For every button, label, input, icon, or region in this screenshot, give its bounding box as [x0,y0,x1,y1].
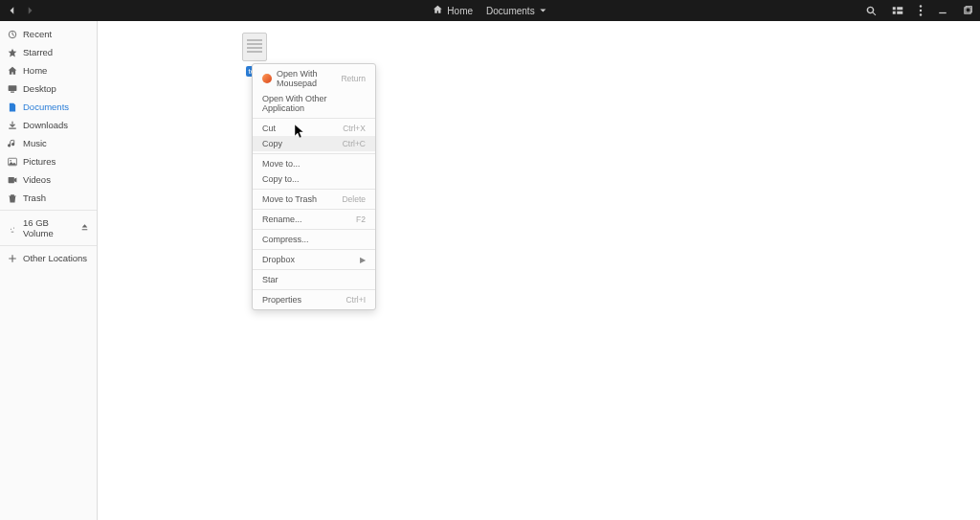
maximize-restore-button[interactable] [963,6,972,15]
svg-rect-3 [897,11,902,14]
breadcrumb-documents[interactable]: Documents [486,6,547,16]
menu-item-label: Star [262,275,278,284]
sidebar-item-documents[interactable]: Documents [0,98,97,116]
menu-compress[interactable]: Compress... [253,232,375,247]
breadcrumb-home-label: Home [447,6,473,16]
menu-shortcut: Ctrl+X [343,124,366,133]
menu-item-label: Move to... [262,159,301,169]
sidebar-item-pictures[interactable]: Pictures [0,152,97,170]
menu-item-label: Copy to... [262,174,300,184]
sidebar-item-label: Pictures [23,156,56,167]
sidebar-item-label: Home [23,65,47,76]
menu-separator [253,289,375,290]
svg-point-5 [920,10,922,11]
menu-cut[interactable]: Cut Ctrl+X [253,121,375,136]
sidebar-item-label: Desktop [23,83,56,94]
menu-item-label: Cut [262,124,276,133]
menu-separator [253,249,375,250]
text-file-icon [242,33,267,61]
sidebar-item-label: Other Locations [23,253,87,263]
menu-item-label: Dropbox [262,255,295,264]
menu-move-to[interactable]: Move to... [253,156,375,171]
sidebar-item-label: Documents [23,102,69,112]
svg-point-14 [10,159,11,161]
context-menu: Open With Mousepad Return Open With Othe… [252,63,376,310]
mousepad-app-icon [262,74,272,83]
eject-icon[interactable] [80,223,89,234]
sidebar-item-starred[interactable]: Starred [0,43,97,61]
menu-open-with-other[interactable]: Open With Other Application [253,91,375,116]
menu-shortcut: Return [341,74,366,83]
sidebar-item-label: Videos [23,174,51,185]
svg-rect-0 [893,7,896,10]
sidebar-separator [0,245,97,246]
submenu-arrow-icon: ▶ [360,256,366,264]
home-icon [433,5,442,16]
sidebar-item-trash[interactable]: Trash [0,189,97,207]
sidebar-item-label: Downloads [23,120,68,130]
view-mode-button[interactable] [892,6,903,15]
menu-shortcut: F2 [356,215,366,224]
sidebar-item-other-locations[interactable]: Other Locations [0,249,97,267]
menu-rename[interactable]: Rename... F2 [253,212,375,227]
svg-rect-12 [11,91,14,92]
breadcrumb-home[interactable]: Home [433,5,473,16]
sidebar-item-label: 16 GB Volume [23,217,75,238]
menu-properties[interactable]: Properties Ctrl+I [253,292,375,307]
sidebar-separator [0,210,97,211]
menu-open-with-mousepad[interactable]: Open With Mousepad Return [253,66,375,91]
menu-item-label: Copy [262,139,282,148]
menu-move-to-trash[interactable]: Move to Trash Delete [253,192,375,207]
sidebar-item-downloads[interactable]: Downloads [0,116,97,134]
menu-item-label: Open With Mousepad [277,69,341,88]
menu-button[interactable] [919,5,923,16]
menu-separator [253,229,375,230]
sidebar-item-label: Trash [23,192,46,203]
sidebar-item-videos[interactable]: Videos [0,170,97,189]
content-area[interactable]: test Open With Mousepad Return Open With… [98,21,980,520]
menu-item-label: Compress... [262,235,309,244]
menu-shortcut: Delete [342,194,366,204]
menu-separator [253,189,375,190]
minimize-button[interactable] [938,6,947,15]
menu-shortcut: Ctrl+I [345,295,366,305]
menu-dropbox[interactable]: Dropbox ▶ [253,252,375,267]
sidebar-item-desktop[interactable]: Desktop [0,79,97,98]
sidebar-item-label: Music [23,138,47,148]
menu-item-label: Move to Trash [262,194,317,204]
svg-point-6 [920,13,922,15]
svg-rect-2 [897,7,902,10]
menu-separator [253,118,375,119]
svg-rect-7 [939,12,947,13]
sidebar-item-volume[interactable]: 16 GB Volume [0,214,97,242]
sidebar-item-label: Starred [23,47,53,57]
sidebar-item-recent[interactable]: Recent [0,25,97,43]
usb-icon [8,223,17,233]
menu-item-label: Rename... [262,215,302,224]
search-button[interactable] [866,6,877,16]
menu-separator [253,269,375,270]
forward-button[interactable] [25,6,34,15]
menu-copy[interactable]: Copy Ctrl+C [253,136,375,151]
menu-separator [253,209,375,210]
sidebar-item-music[interactable]: Music [0,134,97,152]
menu-item-label: Open With Other Application [262,94,366,113]
menu-shortcut: Ctrl+C [343,139,366,148]
sidebar-item-label: Recent [23,29,52,39]
menu-copy-to[interactable]: Copy to... [253,171,375,187]
back-button[interactable] [8,6,17,15]
sidebar: Recent Starred Home Desktop Documents Do… [0,21,98,520]
sidebar-item-home[interactable]: Home [0,61,97,79]
breadcrumb-documents-label: Documents [486,6,535,16]
menu-star[interactable]: Star [253,272,375,287]
svg-rect-1 [893,11,896,14]
svg-rect-11 [9,85,17,91]
chevron-down-icon [540,6,547,16]
svg-rect-15 [9,176,14,182]
menu-item-label: Properties [262,295,301,305]
menu-separator [253,153,375,154]
header-bar: Home Documents [0,0,980,21]
svg-point-4 [920,5,922,7]
